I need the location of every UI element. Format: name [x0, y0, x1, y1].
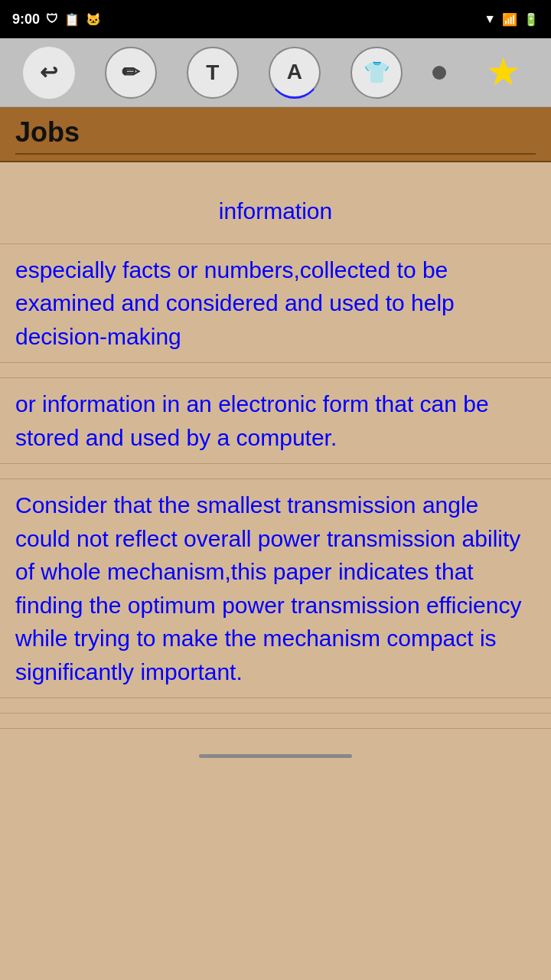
information-heading: information	[15, 179, 536, 234]
battery-icon: 🔋	[523, 12, 539, 27]
block2-text: or information in an electronic form tha…	[15, 387, 536, 454]
undo-icon: ↩	[40, 60, 57, 85]
pencil-button[interactable]: ✏	[105, 47, 157, 99]
block1: especially facts or numbers,collected to…	[0, 244, 551, 364]
home-indicator	[0, 744, 551, 767]
shirt-icon: 👕	[364, 60, 390, 85]
block1-text: especially facts or numbers,collected to…	[15, 253, 536, 354]
title-bar: Jobs	[0, 107, 551, 162]
spacer2	[0, 464, 551, 479]
block3-text: Consider that the smallest transmission …	[15, 488, 536, 688]
undo-button[interactable]: ↩	[23, 47, 75, 99]
shield-icon: 🛡	[46, 12, 58, 26]
home-bar	[199, 754, 352, 758]
dot-icon	[432, 66, 446, 80]
shirt-button[interactable]: 👕	[350, 47, 403, 99]
cat-icon: 🐱	[86, 12, 101, 27]
wifi-icon: ▼	[484, 12, 496, 26]
heading-block: information	[0, 170, 551, 244]
status-bar: 9:00 🛡 📋 🐱 ▼ 📶 🔋	[0, 0, 551, 38]
text-a-icon: A	[287, 60, 302, 84]
title-underline	[15, 153, 536, 155]
page-title: Jobs	[15, 116, 536, 149]
text-t-icon: T	[206, 60, 219, 85]
time-display: 9:00	[12, 11, 40, 28]
signal-icon: 📶	[502, 12, 517, 27]
text-t-button[interactable]: T	[187, 47, 239, 99]
toolbar: ↩ ✏ T A 👕 ★	[0, 38, 551, 107]
block3: Consider that the smallest transmission …	[0, 479, 551, 698]
spacer1	[0, 363, 551, 378]
block2: or information in an electronic form tha…	[0, 378, 551, 464]
spacer3	[0, 698, 551, 714]
sim-icon: 📋	[64, 12, 80, 27]
spacer4	[0, 714, 551, 729]
pencil-icon: ✏	[122, 60, 139, 85]
star-button[interactable]: ★	[476, 47, 528, 99]
star-icon: ★	[487, 53, 517, 92]
text-a-button[interactable]: A	[269, 47, 321, 99]
content-area: information especially facts or numbers,…	[0, 162, 551, 744]
